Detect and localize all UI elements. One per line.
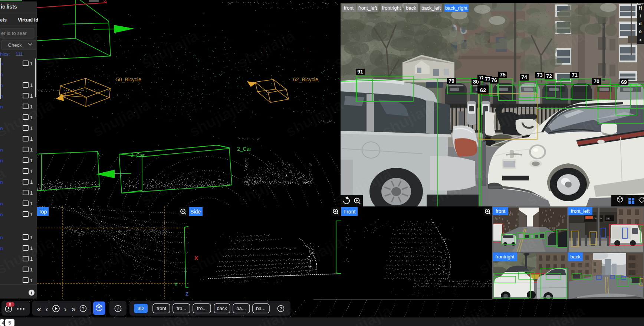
svg-text:hics:: hics: [0,51,10,57]
svg-text:91: 91 [357,69,363,75]
svg-text:‹: ‹ [46,305,48,313]
svg-text:›: › [64,305,67,313]
svg-text:74: 74 [521,74,527,80]
svg-text:front: front [344,5,354,11]
svg-text:fro...: fro... [177,306,186,311]
svg-text:>: > [639,37,642,43]
svg-text:1: 1 [30,82,33,88]
svg-text:50_Bicycle: 50_Bicycle [116,76,141,82]
svg-text:i: i [640,13,641,19]
svg-text:76: 76 [491,77,497,83]
svg-text:n: n [0,201,3,206]
svg-text:0: 0 [9,302,11,306]
svg-text:72: 72 [546,73,552,79]
svg-text:111: 111 [16,51,23,57]
svg-text:1: 1 [30,179,33,185]
svg-text:Check: Check [8,42,22,48]
svg-text:1: 1 [30,169,33,174]
svg-text:75: 75 [500,72,506,78]
svg-text:Front: Front [344,209,356,215]
svg-text:1: 1 [30,256,33,262]
svg-text:front: front [157,306,166,311]
svg-text:n: n [0,235,3,240]
svg-text:n: n [0,179,3,185]
svg-text:ba...: ba... [236,306,246,311]
svg-text:n: n [0,147,3,153]
svg-text:Virtual id: Virtual id [18,17,38,23]
svg-text:frontright: frontright [382,5,401,11]
svg-text:Z: Z [185,291,188,297]
svg-text:n: n [0,125,3,131]
svg-text:1: 1 [30,190,33,196]
svg-text:69: 69 [621,79,627,85]
svg-text:n: n [0,104,3,110]
svg-text:front_left: front_left [358,5,377,11]
svg-text:1: 1 [30,125,33,131]
svg-text:1: 1 [30,212,33,217]
svg-text:1: 1 [30,201,33,206]
svg-text:X: X [194,255,198,261]
svg-text:H: H [639,6,642,11]
svg-text:1: 1 [30,278,33,283]
svg-text:Y: Y [174,281,178,287]
svg-text:1: 1 [30,147,33,153]
svg-text:1: 1 [30,267,33,273]
svg-text:er id to sear: er id to sear [1,30,27,36]
svg-text:fro...: fro... [197,306,207,311]
svg-text:3D: 3D [138,306,144,311]
svg-text:331: 331 [606,217,611,220]
svg-text:back: back [406,5,416,11]
svg-text:1: 1 [30,61,33,66]
svg-text:1: 1 [30,115,33,120]
svg-text:«: « [37,305,41,313]
svg-text:62_Bicycle: 62_Bicycle [293,76,318,82]
svg-text:Top: Top [39,209,47,215]
svg-text:»: » [71,305,75,313]
svg-text:n: n [0,212,3,217]
svg-text:1: 1 [30,245,33,251]
svg-text:d: d [639,21,641,26]
svg-text:2_Car: 2_Car [237,146,251,152]
svg-text:front: front [496,208,505,214]
svg-text:front_left: front_left [571,208,590,214]
svg-text:79: 79 [448,78,454,84]
svg-text:62: 62 [480,87,486,93]
svg-text:e: e [639,29,642,34]
svg-text:1: 1 [30,235,33,240]
svg-text:73: 73 [537,72,543,78]
svg-text:back: back [570,254,581,260]
svg-text:els: els [0,17,7,23]
svg-text:70: 70 [594,78,599,84]
svg-text:1: 1 [30,158,33,163]
svg-text:1: 1 [30,93,33,99]
svg-text:ba...: ba... [256,306,265,311]
svg-text:ic lists: ic lists [1,4,17,10]
svg-text:back_right: back_right [445,5,467,11]
svg-text:71: 71 [572,72,578,78]
svg-text:n: n [0,158,3,163]
svg-text:?: ? [82,306,85,312]
svg-text:1: 1 [30,136,33,142]
svg-text:4: 4 [1,320,4,326]
svg-text:Side: Side [190,209,201,215]
svg-text:5: 5 [8,320,11,326]
svg-text:?: ? [280,306,282,312]
svg-text:frontright: frontright [495,254,515,260]
svg-text:3_Car: 3_Car [131,152,145,158]
svg-text:back_left: back_left [421,5,441,11]
svg-text:back: back [217,306,227,311]
svg-text:n: n [0,245,3,251]
svg-text:1: 1 [30,104,33,110]
